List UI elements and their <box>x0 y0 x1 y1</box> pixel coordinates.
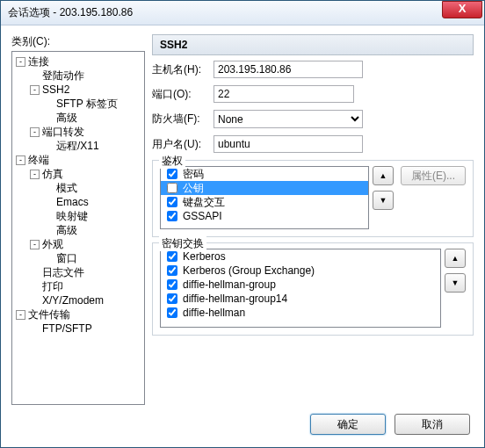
tree-node[interactable]: -文件传输 <box>12 307 144 322</box>
list-item[interactable]: Kerberos (Group Exchange) <box>161 264 440 278</box>
auth-checkbox[interactable] <box>167 169 177 179</box>
up-arrow-icon: ▲ <box>452 254 460 263</box>
auth-checkbox[interactable] <box>167 183 177 193</box>
firewall-label: 防火墙(F): <box>152 112 208 126</box>
tree-node[interactable]: X/Y/Zmodem <box>12 293 144 307</box>
list-item[interactable]: 键盘交互 <box>161 195 368 209</box>
kex-checkbox[interactable] <box>167 279 177 290</box>
tree-node[interactable]: -仿真 <box>12 167 144 181</box>
tree-node[interactable]: 打印 <box>12 279 144 293</box>
expand-icon[interactable]: - <box>30 127 40 137</box>
kex-item-label: Kerberos (Group Exchange) <box>183 264 315 277</box>
tree-node[interactable]: SFTP 标签页 <box>12 97 144 111</box>
tree-label: 映射键 <box>56 209 88 223</box>
window-title: 会话选项 - 203.195.180.86 <box>8 5 442 20</box>
auth-group: 鉴权 密码公钥键盘交互GSSAPI ▲ ▼ 属性(E)... <box>152 160 474 237</box>
expand-icon[interactable]: - <box>30 85 40 95</box>
section-header: SSH2 <box>152 34 474 55</box>
kex-listbox[interactable]: KerberosKerberos (Group Exchange)diffie-… <box>160 249 441 328</box>
auth-item-label: 密码 <box>183 167 204 182</box>
close-icon[interactable]: X <box>442 1 482 18</box>
kex-item-label: Kerberos <box>183 250 226 263</box>
list-item[interactable]: 公钥 <box>161 181 368 195</box>
down-arrow-icon: ▼ <box>452 278 460 287</box>
tree-node[interactable]: -终端 <box>12 153 144 167</box>
tree-node[interactable]: -端口转发 <box>12 125 144 139</box>
tree-node[interactable]: -SSH2 <box>12 83 144 97</box>
tree-node[interactable]: 登陆动作 <box>12 69 144 83</box>
tree-node[interactable]: 高级 <box>12 111 144 125</box>
auth-item-label: 键盘交互 <box>183 195 225 210</box>
list-item[interactable]: diffie-hellman-group <box>161 278 440 292</box>
left-pane: 类别(C): -连接登陆动作-SSH2SFTP 标签页高级-端口转发远程/X11… <box>11 34 145 405</box>
username-input[interactable] <box>214 135 363 153</box>
session-options-dialog: 会话选项 - 203.195.180.86 X 类别(C): -连接登陆动作-S… <box>0 0 485 448</box>
ok-button[interactable]: 确定 <box>310 414 386 435</box>
tree-node[interactable]: Emacs <box>12 195 144 209</box>
kex-checkbox[interactable] <box>167 293 177 304</box>
kex-item-label: diffie-hellman <box>183 307 245 319</box>
auth-item-label: GSSAPI <box>183 210 222 222</box>
down-arrow-icon: ▼ <box>380 196 387 205</box>
tree-label: 文件传输 <box>28 307 70 322</box>
tree-node[interactable]: 窗口 <box>12 251 144 265</box>
auth-move-up-button[interactable]: ▲ <box>373 166 394 185</box>
list-item[interactable]: diffie-hellman <box>161 306 440 320</box>
kex-title: 密钥交换 <box>159 236 206 251</box>
tree-label: 打印 <box>42 279 63 293</box>
auth-listbox[interactable]: 密码公钥键盘交互GSSAPI <box>160 166 369 229</box>
kex-group: 密钥交换 KerberosKerberos (Group Exchange)di… <box>152 242 474 336</box>
cancel-button[interactable]: 取消 <box>395 414 470 435</box>
dialog-body: 类别(C): -连接登陆动作-SSH2SFTP 标签页高级-端口转发远程/X11… <box>1 25 484 447</box>
auth-checkbox[interactable] <box>167 211 177 221</box>
kex-move-up-button[interactable]: ▲ <box>445 249 466 268</box>
tree-label: 远程/X11 <box>56 139 99 153</box>
kex-move-down-button[interactable]: ▼ <box>445 273 466 293</box>
kex-item-label: diffie-hellman-group14 <box>183 293 287 305</box>
firewall-select[interactable]: None <box>214 110 363 128</box>
tree-label: 端口转发 <box>42 125 84 139</box>
tree-node[interactable]: FTP/SFTP <box>12 322 144 336</box>
list-item[interactable]: diffie-hellman-group14 <box>161 292 440 306</box>
tree-node[interactable]: 模式 <box>12 181 144 195</box>
expand-icon[interactable]: - <box>16 310 25 320</box>
up-arrow-icon: ▲ <box>380 171 387 180</box>
kex-checkbox[interactable] <box>167 265 177 276</box>
titlebar[interactable]: 会话选项 - 203.195.180.86 X <box>1 1 484 25</box>
tree-label: FTP/SFTP <box>42 322 92 336</box>
list-item[interactable]: 密码 <box>161 167 368 181</box>
properties-button[interactable]: 属性(E)... <box>401 166 466 185</box>
port-input[interactable] <box>214 85 354 103</box>
tree-label: 仿真 <box>42 167 63 181</box>
auth-move-down-button[interactable]: ▼ <box>373 191 394 210</box>
tree-label: 外观 <box>42 237 63 251</box>
tree-node[interactable]: 高级 <box>12 223 144 237</box>
category-label: 类别(C): <box>11 34 145 49</box>
auth-title: 鉴权 <box>159 154 185 169</box>
tree-node[interactable]: -连接 <box>12 54 144 69</box>
tree-label: 高级 <box>56 223 77 237</box>
expand-icon[interactable]: - <box>30 170 40 179</box>
kex-item-label: diffie-hellman-group <box>183 278 276 291</box>
tree-node[interactable]: 远程/X11 <box>12 139 144 153</box>
right-pane: SSH2 主机名(H): 端口(O): 防火墙(F): None 用户名(U): <box>152 34 474 405</box>
kex-checkbox[interactable] <box>167 251 177 262</box>
auth-item-label: 公钥 <box>183 181 204 196</box>
host-input[interactable] <box>214 61 363 78</box>
list-item[interactable]: GSSAPI <box>161 209 368 223</box>
list-item[interactable]: Kerberos <box>161 249 440 264</box>
auth-checkbox[interactable] <box>167 197 177 207</box>
tree-label: 日志文件 <box>42 265 84 279</box>
tree-node[interactable]: -外观 <box>12 237 144 251</box>
category-tree[interactable]: -连接登陆动作-SSH2SFTP 标签页高级-端口转发远程/X11-终端-仿真模… <box>11 51 145 405</box>
tree-node[interactable]: 映射键 <box>12 209 144 223</box>
expand-icon[interactable]: - <box>16 57 25 67</box>
tree-node[interactable]: 日志文件 <box>12 265 144 279</box>
tree-label: 登陆动作 <box>42 69 84 83</box>
expand-icon[interactable]: - <box>16 155 25 165</box>
tree-label: 连接 <box>28 54 49 69</box>
username-label: 用户名(U): <box>152 137 208 152</box>
tree-label: 终端 <box>28 153 49 167</box>
kex-checkbox[interactable] <box>167 307 177 318</box>
expand-icon[interactable]: - <box>30 240 40 249</box>
